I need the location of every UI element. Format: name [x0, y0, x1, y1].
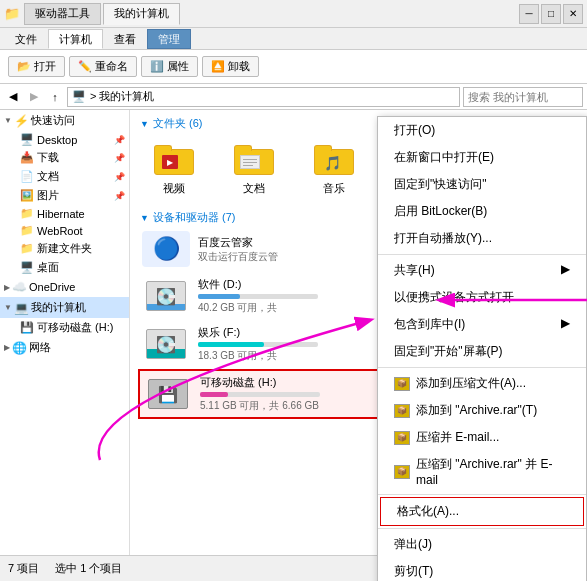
video-folder-label: 视频 [163, 181, 185, 196]
minimize-button[interactable]: ─ [519, 4, 539, 24]
rename-button[interactable]: ✏️ 重命名 [69, 56, 137, 77]
desktop2-label: 桌面 [37, 260, 59, 275]
onedrive-label: OneDrive [29, 281, 75, 293]
sidebar-item-webroot[interactable]: 📁 WebRoot [0, 222, 129, 239]
entertainment-drive-icon: 💽 [142, 326, 190, 362]
removable-bar-fill [200, 392, 228, 397]
devices-expand-icon: ▼ [140, 213, 149, 223]
sidebar-item-documents[interactable]: 📄 文档 📌 [0, 167, 129, 186]
ctx-open-new-window[interactable]: 在新窗口中打开(E) [378, 144, 586, 171]
quick-access-label: 快速访问 [31, 113, 75, 128]
eject-button[interactable]: ⏏️ 卸载 [202, 56, 259, 77]
hibernate-label: Hibernate [37, 208, 85, 220]
context-menu: 打开(O) 在新窗口中打开(E) 固定到"快速访问" 启用 BitLocker(… [377, 116, 587, 581]
address-path[interactable]: 🖥️ > 我的计算机 [67, 87, 460, 107]
desktop-icon: 🖥️ [20, 133, 34, 146]
new-folder-label: 新建文件夹 [37, 241, 92, 256]
folder-item-video[interactable]: ▶ 视频 [138, 137, 210, 200]
ctx-sep4 [378, 528, 586, 529]
sidebar-item-hibernate[interactable]: 📁 Hibernate [0, 205, 129, 222]
tab-view[interactable]: 查看 [103, 29, 147, 49]
maximize-button[interactable]: □ [541, 4, 561, 24]
sidebar: ▼ ⚡ 快速访问 🖥️ Desktop 📌 📥 下载 📌 📄 文档 📌 🖼️ [0, 110, 130, 555]
baidu-info: 百度云管家 双击运行百度云管 [198, 235, 278, 264]
sidebar-item-desktop2[interactable]: 🖥️ 桌面 [0, 258, 129, 277]
ctx-open[interactable]: 打开(O) [378, 117, 586, 144]
ctx-portable[interactable]: 以便携式设备方式打开 [378, 284, 586, 311]
sidebar-item-network[interactable]: ▶ 🌐 网络 [0, 337, 129, 358]
title-tab-my-computer[interactable]: 我的计算机 [103, 3, 180, 25]
selected-count: 选中 1 个项目 [55, 561, 122, 576]
baidu-icon: 🔵 [142, 231, 190, 267]
baidu-subtitle: 双击运行百度云管 [198, 250, 278, 264]
up-button[interactable]: ↑ [46, 88, 64, 106]
tab-computer[interactable]: 计算机 [48, 29, 103, 49]
ctx-add-archive-rar[interactable]: 📦 添加到 "Archive.rar"(T) [378, 397, 586, 424]
title-tabs: 驱动器工具 我的计算机 [24, 3, 519, 25]
ctx-compress-email-rar[interactable]: 📦 压缩到 "Archive.rar" 并 E-mail [378, 451, 586, 492]
documents-label: 文档 [37, 169, 59, 184]
folder-item-music[interactable]: 🎵 音乐 [298, 137, 370, 200]
tab-file[interactable]: 文件 [4, 29, 48, 49]
sidebar-item-removable-disk[interactable]: 💾 可移动磁盘 (H:) [0, 318, 129, 337]
address-bar: ◀ ▶ ↑ 🖥️ > 我的计算机 [0, 84, 587, 110]
tab-manage[interactable]: 管理 [147, 29, 191, 49]
sidebar-item-downloads[interactable]: 📥 下载 📌 [0, 148, 129, 167]
my-computer-label: 我的计算机 [31, 300, 86, 315]
search-input[interactable] [463, 87, 583, 107]
documents-pin-icon: 📌 [114, 172, 125, 182]
ctx-library[interactable]: 包含到库中(I)▶ [378, 311, 586, 338]
ctx-pin-quick-access[interactable]: 固定到"快速访问" [378, 171, 586, 198]
desktop-label: Desktop [37, 134, 77, 146]
sidebar-item-quick-access[interactable]: ▼ ⚡ 快速访问 [0, 110, 129, 131]
docs-folder-label: 文档 [243, 181, 265, 196]
ctx-compress-email[interactable]: 📦 压缩并 E-mail... [378, 424, 586, 451]
downloads-pin-icon: 📌 [114, 153, 125, 163]
folders-expand-icon: ▼ [140, 119, 149, 129]
ctx-format[interactable]: 格式化(A)... [380, 497, 584, 526]
ctx-cut[interactable]: 剪切(T) [378, 558, 586, 581]
sidebar-item-my-computer[interactable]: ▼ 💻 我的计算机 [0, 297, 129, 318]
properties-button[interactable]: ℹ️ 属性 [141, 56, 198, 77]
ctx-eject[interactable]: 弹出(J) [378, 531, 586, 558]
ribbon-tab-bar: 文件 计算机 查看 管理 [0, 28, 587, 50]
back-button[interactable]: ◀ [4, 88, 22, 106]
archive-icon-4: 📦 [394, 465, 410, 479]
path-icon: 🖥️ [72, 90, 86, 103]
path-text: > 我的计算机 [90, 89, 154, 104]
ctx-add-archive[interactable]: 📦 添加到压缩文件(A)... [378, 370, 586, 397]
sidebar-item-pictures[interactable]: 🖼️ 图片 📌 [0, 186, 129, 205]
music-folder-label: 音乐 [323, 181, 345, 196]
removable-disk-label: 可移动磁盘 (H:) [37, 320, 113, 335]
ctx-bitlocker[interactable]: 启用 BitLocker(B) [378, 198, 586, 225]
title-tab-driver-tools[interactable]: 驱动器工具 [24, 3, 101, 25]
sidebar-item-desktop[interactable]: 🖥️ Desktop 📌 [0, 131, 129, 148]
sidebar-item-onedrive[interactable]: ▶ ☁️ OneDrive [0, 277, 129, 297]
archive-icon-3: 📦 [394, 431, 410, 445]
ctx-pin-start[interactable]: 固定到"开始"屏幕(P) [378, 338, 586, 365]
my-computer-icon: 💻 [14, 301, 29, 315]
sidebar-item-new-folder[interactable]: 📁 新建文件夹 [0, 239, 129, 258]
close-button[interactable]: ✕ [563, 4, 583, 24]
hibernate-icon: 📁 [20, 207, 34, 220]
video-folder-icon: ▶ [150, 141, 198, 181]
downloads-icon: 📥 [20, 151, 34, 164]
removable-bar-bg [200, 392, 320, 397]
webroot-label: WebRoot [37, 225, 83, 237]
archive-icon-2: 📦 [394, 404, 410, 418]
ctx-share[interactable]: 共享(H)▶ [378, 257, 586, 284]
webroot-icon: 📁 [20, 224, 34, 237]
new-folder-icon: 📁 [20, 242, 34, 255]
app-window: 📁 驱动器工具 我的计算机 ─ □ ✕ 文件 计算机 查看 管理 📂 打开 ✏️… [0, 0, 587, 581]
ctx-autoplay[interactable]: 打开自动播放(Y)... [378, 225, 586, 252]
network-icon: 🌐 [12, 341, 27, 355]
quick-access-icon: ⚡ [14, 114, 29, 128]
forward-button[interactable]: ▶ [25, 88, 43, 106]
open-button[interactable]: 📂 打开 [8, 56, 65, 77]
network-label: 网络 [29, 340, 51, 355]
entertainment-bar-bg [198, 342, 318, 347]
folder-item-docs[interactable]: 文档 [218, 137, 290, 200]
title-icon: 📁 [4, 6, 20, 21]
music-folder-icon: 🎵 [310, 141, 358, 181]
pictures-label: 图片 [37, 188, 59, 203]
